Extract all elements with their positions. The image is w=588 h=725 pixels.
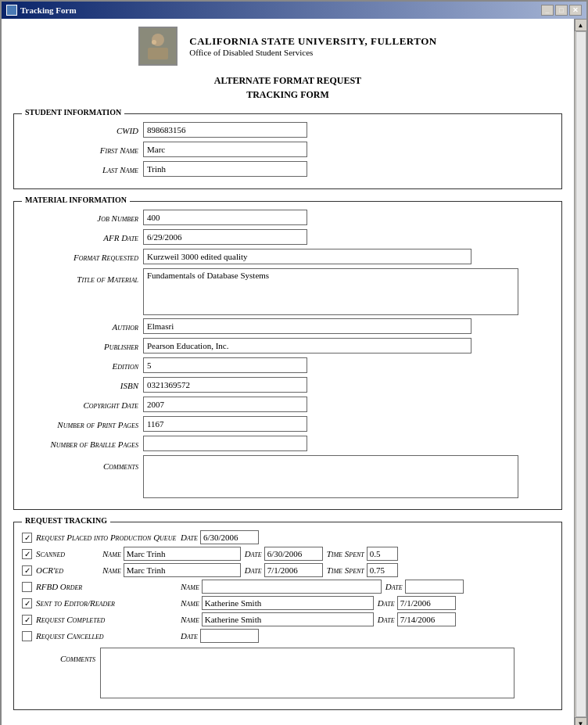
- publisher-input[interactable]: [143, 338, 471, 354]
- job-number-row: Job Number: [22, 210, 554, 226]
- editor-row: Sent to Editor/Reader Name Date: [22, 596, 554, 610]
- lastname-label: Last Name: [22, 161, 143, 178]
- format-requested-label: Format Requested: [22, 249, 143, 265]
- rfbd-checkbox[interactable]: [22, 582, 32, 592]
- ocred-date-label: Date: [245, 565, 262, 575]
- window-title: Tracking Form: [20, 5, 77, 15]
- publisher-row: Publisher: [22, 338, 554, 354]
- author-row: Author: [22, 318, 554, 335]
- lastname-input[interactable]: [143, 161, 307, 177]
- scanned-name-input[interactable]: [124, 547, 241, 561]
- scanned-time-input[interactable]: [367, 547, 398, 561]
- material-comments-row: Comments: [22, 455, 554, 498]
- braille-pages-input[interactable]: [143, 436, 307, 451]
- production-queue-date-input[interactable]: [200, 530, 259, 544]
- title-bar-buttons: _ □ ✕: [541, 5, 582, 16]
- ocred-time-input[interactable]: [367, 563, 398, 577]
- ocred-name-label: Name: [102, 565, 121, 575]
- header-text: CALIFORNIA STATE UNIVERSITY, FULLERTON O…: [189, 35, 436, 57]
- publisher-label: Publisher: [22, 338, 143, 354]
- scanned-row: Scanned Name Date Time Spent: [22, 547, 554, 561]
- author-input[interactable]: [143, 318, 471, 334]
- close-button[interactable]: ✕: [569, 5, 582, 16]
- firstname-input[interactable]: [143, 142, 307, 157]
- rfbd-date-input[interactable]: [405, 580, 464, 594]
- maximize-button[interactable]: □: [555, 5, 568, 16]
- minimize-button[interactable]: _: [541, 5, 554, 16]
- afr-date-row: AFR Date: [22, 229, 554, 246]
- material-comments-label: Comments: [22, 455, 143, 474]
- svg-point-3: [152, 40, 156, 45]
- completed-row: Request Completed Name Date: [22, 612, 554, 626]
- material-section-label: MATERIAL INFORMATION: [22, 196, 130, 204]
- format-requested-input[interactable]: [143, 249, 471, 264]
- scanned-checkbox[interactable]: [22, 549, 32, 559]
- afr-date-input[interactable]: [143, 229, 307, 245]
- isbn-row: ISBN: [22, 377, 554, 393]
- scanned-label: Scanned: [36, 549, 99, 558]
- cancelled-date-label: Date: [181, 631, 198, 641]
- edition-row: Edition: [22, 357, 554, 374]
- copyright-date-input[interactable]: [143, 397, 307, 412]
- afr-date-label: AFR Date: [22, 229, 143, 246]
- completed-name-input[interactable]: [202, 612, 374, 626]
- print-pages-label: Number of Print Pages: [22, 416, 143, 432]
- cwid-input[interactable]: [143, 122, 307, 138]
- editor-label: Sent to Editor/Reader: [36, 598, 177, 608]
- material-comments-input[interactable]: [143, 455, 518, 498]
- rfbd-name-input[interactable]: [202, 580, 382, 594]
- student-information-section: STUDENT INFORMATION CWID First Name Last…: [13, 113, 562, 189]
- isbn-input[interactable]: [143, 377, 307, 393]
- copyright-date-label: Copyright Date: [22, 397, 143, 413]
- print-pages-row: Number of Print Pages: [22, 416, 554, 432]
- editor-checkbox[interactable]: [22, 598, 32, 608]
- university-logo: [138, 27, 177, 66]
- header: CALIFORNIA STATE UNIVERSITY, FULLERTON O…: [13, 27, 562, 66]
- braille-pages-row: Number of Braille Pages: [22, 436, 554, 452]
- editor-date-label: Date: [378, 598, 395, 608]
- tracking-comments-input[interactable]: [100, 648, 514, 698]
- scanned-time-label: Time Spent: [327, 549, 364, 558]
- main-window: Tracking Form _ □ ✕ CALIFORNI: [0, 0, 588, 725]
- scanned-date-label: Date: [245, 549, 262, 558]
- completed-date-input[interactable]: [397, 612, 456, 626]
- print-pages-input[interactable]: [143, 416, 307, 432]
- cwid-row: CWID: [22, 122, 554, 138]
- scroll-track[interactable]: [575, 31, 586, 717]
- ocred-row: OCR'ed Name Date Time Spent: [22, 563, 554, 577]
- scanned-date-input[interactable]: [264, 547, 323, 561]
- tracking-section-label: REQUEST TRACKING: [22, 516, 110, 525]
- edition-label: Edition: [22, 357, 143, 374]
- completed-label: Request Completed: [36, 615, 177, 624]
- rfbd-label: RFBD Order: [36, 582, 177, 591]
- ocred-checkbox[interactable]: [22, 565, 32, 576]
- scroll-down-button[interactable]: ▼: [575, 717, 587, 725]
- editor-date-input[interactable]: [397, 596, 456, 610]
- ocred-name-input[interactable]: [124, 563, 241, 577]
- vertical-scrollbar: ▲ ▼: [574, 19, 586, 725]
- braille-pages-label: Number of Braille Pages: [22, 436, 143, 452]
- editor-name-input[interactable]: [202, 596, 374, 610]
- title-row: Title of Material Fundamentals of Databa…: [22, 268, 554, 315]
- rfbd-row: RFBD Order Name Date: [22, 580, 554, 594]
- university-name: CALIFORNIA STATE UNIVERSITY, FULLERTON: [189, 35, 436, 48]
- job-number-input[interactable]: [143, 210, 307, 225]
- tracking-comments-row: Comments: [22, 648, 554, 698]
- production-queue-checkbox[interactable]: [22, 533, 32, 543]
- scroll-up-button[interactable]: ▲: [575, 19, 587, 31]
- completed-date-label: Date: [378, 615, 395, 624]
- cancelled-checkbox[interactable]: [22, 631, 32, 641]
- isbn-label: ISBN: [22, 377, 143, 393]
- production-queue-label: Request Placed into Production Queue: [36, 533, 177, 542]
- edition-input[interactable]: [143, 357, 307, 373]
- request-tracking-section: REQUEST TRACKING Request Placed into Pro…: [13, 522, 562, 710]
- title-bar-left: Tracking Form: [6, 5, 77, 16]
- cancelled-row: Request Cancelled Date: [22, 629, 554, 643]
- title-input[interactable]: Fundamentals of Database Systems: [143, 268, 518, 315]
- format-requested-row: Format Requested: [22, 249, 554, 265]
- form-content: CALIFORNIA STATE UNIVERSITY, FULLERTON O…: [2, 19, 574, 725]
- copyright-date-row: Copyright Date: [22, 397, 554, 413]
- cancelled-date-input[interactable]: [200, 629, 259, 643]
- ocred-date-input[interactable]: [264, 563, 323, 577]
- completed-checkbox[interactable]: [22, 615, 32, 625]
